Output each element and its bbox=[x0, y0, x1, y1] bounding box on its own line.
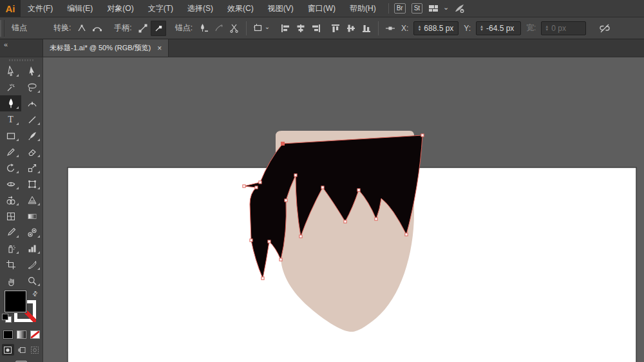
anchor-point-selected[interactable] bbox=[281, 142, 285, 146]
bridge-button[interactable]: Br bbox=[394, 3, 406, 14]
swap-fill-stroke-icon[interactable]: ⇄ bbox=[30, 289, 39, 298]
menu-type[interactable]: 文字(T) bbox=[141, 0, 180, 17]
anchor-point[interactable] bbox=[357, 189, 360, 191]
align-top-button[interactable] bbox=[328, 21, 343, 36]
x-label: X: bbox=[401, 24, 408, 33]
artboard-tool-icon[interactable] bbox=[0, 256, 21, 272]
anchor-point[interactable] bbox=[285, 199, 287, 202]
anchor-point[interactable] bbox=[321, 186, 324, 189]
menu-window[interactable]: 窗口(W) bbox=[301, 0, 343, 17]
menu-effect[interactable]: 效果(C) bbox=[220, 0, 261, 17]
draw-behind-button[interactable] bbox=[15, 344, 28, 356]
anchor-point[interactable] bbox=[294, 174, 297, 176]
pen-tool-icon[interactable] bbox=[0, 95, 21, 111]
document-canvas[interactable] bbox=[43, 57, 644, 362]
collapse-panel-button[interactable]: « bbox=[0, 41, 12, 48]
width-tool-icon[interactable] bbox=[0, 176, 21, 192]
scale-tool-icon[interactable] bbox=[21, 160, 43, 176]
anchor-point[interactable] bbox=[259, 181, 261, 184]
default-fill-stroke-icon[interactable] bbox=[3, 314, 12, 323]
anchor-point[interactable] bbox=[255, 186, 258, 189]
isolate-selected-anchor-icon[interactable] bbox=[383, 21, 398, 36]
menu-help[interactable]: 帮助(H) bbox=[343, 0, 383, 17]
y-coordinate-field[interactable]: ▲▼ -64.5 px bbox=[476, 21, 521, 35]
anchor-point[interactable] bbox=[250, 239, 252, 242]
illustrator-window: Ai 文件(F) 编辑(E) 对象(O) 文字(T) 选择(S) 效果(C) 视… bbox=[0, 0, 644, 362]
blend-tool-icon[interactable] bbox=[21, 224, 43, 240]
show-handles-button[interactable] bbox=[135, 21, 151, 36]
y-stepper[interactable]: ▲▼ bbox=[480, 25, 484, 32]
zoom-tool-icon[interactable] bbox=[21, 272, 43, 289]
gradient-button[interactable] bbox=[16, 330, 27, 339]
column-graph-tool-icon[interactable] bbox=[21, 240, 43, 256]
eraser-tool-icon[interactable] bbox=[21, 144, 43, 160]
symbol-sprayer-tool-icon[interactable] bbox=[0, 240, 21, 256]
align-vertical-center-button[interactable] bbox=[343, 21, 359, 36]
anchor-point[interactable] bbox=[299, 235, 302, 238]
rectangle-tool-icon[interactable] bbox=[0, 128, 21, 144]
anchor-point[interactable] bbox=[261, 277, 264, 280]
fill-color-swatch[interactable] bbox=[5, 291, 26, 312]
draw-inside-button[interactable] bbox=[29, 344, 41, 356]
shaper-tool-icon[interactable] bbox=[0, 144, 21, 160]
document-tab[interactable]: 未标题-1.ai* @ 50% (RGB/预览) × bbox=[43, 39, 169, 57]
anchor-point[interactable] bbox=[405, 233, 408, 236]
menu-file[interactable]: 文件(F) bbox=[21, 0, 60, 17]
curvature-tool-icon[interactable] bbox=[21, 95, 43, 111]
toolbar-drag-handle[interactable] bbox=[9, 58, 33, 62]
anchor-panel-label: 锚点 bbox=[12, 23, 27, 33]
color-button[interactable] bbox=[3, 330, 14, 339]
perspective-grid-tool-icon[interactable] bbox=[21, 192, 43, 208]
hide-handles-button[interactable] bbox=[151, 21, 166, 36]
menu-select[interactable]: 选择(S) bbox=[180, 0, 220, 17]
close-tab-button[interactable]: × bbox=[157, 44, 162, 52]
align-horizontal-center-button[interactable] bbox=[293, 21, 308, 36]
align-right-button[interactable] bbox=[308, 21, 324, 36]
rotate-tool-icon[interactable] bbox=[0, 160, 21, 176]
menu-view[interactable]: 视图(V) bbox=[261, 0, 301, 17]
x-coordinate-field[interactable]: ▲▼ 688.5 px bbox=[413, 21, 459, 35]
anchor-point[interactable] bbox=[344, 220, 346, 223]
remove-anchor-button[interactable] bbox=[196, 21, 211, 36]
canvas-svg bbox=[43, 57, 644, 362]
direct-selection-tool-icon[interactable] bbox=[21, 63, 43, 79]
anchor-point[interactable] bbox=[243, 185, 245, 187]
align-bottom-button[interactable] bbox=[359, 21, 374, 36]
anchor-point[interactable] bbox=[375, 218, 377, 220]
magic-wand-tool-icon[interactable] bbox=[0, 79, 21, 95]
anchor-point[interactable] bbox=[268, 240, 270, 243]
menu-edit[interactable]: 编辑(E) bbox=[60, 0, 100, 17]
clip-to-artboard-button[interactable]: ⌄ bbox=[251, 21, 272, 36]
convert-to-corner-button[interactable] bbox=[74, 21, 90, 36]
line-segment-tool-icon[interactable] bbox=[21, 111, 43, 128]
mesh-tool-icon[interactable] bbox=[0, 208, 21, 224]
free-transform-tool-icon[interactable] bbox=[21, 176, 43, 192]
connect-path-button[interactable] bbox=[211, 21, 227, 36]
paintbrush-tool-icon[interactable] bbox=[21, 128, 43, 144]
gpu-performance-icon[interactable] bbox=[454, 3, 465, 14]
slice-tool-icon[interactable] bbox=[21, 256, 43, 272]
convert-to-smooth-button[interactable] bbox=[90, 21, 105, 36]
align-left-button[interactable] bbox=[278, 21, 293, 36]
selection-tool-icon[interactable] bbox=[0, 63, 21, 79]
x-stepper[interactable]: ▲▼ bbox=[417, 25, 421, 32]
x-value: 688.5 px bbox=[424, 24, 455, 33]
anchor-point[interactable] bbox=[279, 258, 282, 261]
eyedropper-tool-icon[interactable] bbox=[0, 224, 21, 240]
link-dimensions-icon[interactable] bbox=[597, 21, 612, 36]
shape-builder-tool-icon[interactable] bbox=[0, 192, 21, 208]
draw-normal-button[interactable] bbox=[2, 344, 14, 356]
none-button[interactable] bbox=[30, 330, 41, 339]
hand-tool-icon[interactable] bbox=[0, 272, 21, 289]
gradient-tool-icon[interactable] bbox=[21, 208, 43, 224]
lasso-tool-icon[interactable] bbox=[21, 79, 43, 95]
anchor-point[interactable] bbox=[421, 134, 424, 137]
width-field[interactable]: ▲▼ 0 px bbox=[541, 21, 586, 35]
stock-button[interactable]: St bbox=[412, 3, 422, 14]
cut-path-button[interactable] bbox=[227, 21, 242, 36]
menu-object[interactable]: 对象(O) bbox=[100, 0, 140, 17]
workspace-switcher-icon[interactable] bbox=[428, 4, 439, 13]
chevron-down-icon[interactable]: ⌄ bbox=[443, 3, 449, 12]
panel-grip[interactable] bbox=[0, 20, 5, 37]
type-tool-icon[interactable]: T bbox=[0, 111, 21, 128]
